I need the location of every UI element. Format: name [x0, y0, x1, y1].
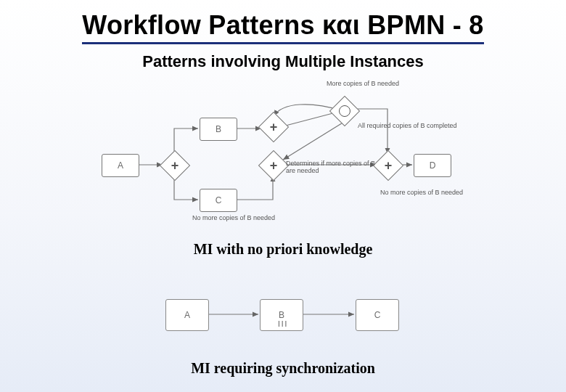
plus-icon: + [268, 155, 279, 176]
diagram-mi-sync: A B III C [160, 280, 406, 353]
plus-icon: + [382, 155, 394, 176]
task-a: A [165, 299, 209, 331]
slide: Workflow Patterns και BPMN - 8 Patterns … [0, 0, 566, 392]
task-a: A [102, 154, 139, 177]
caption-diagram-2: MI requiring synchronization [0, 360, 566, 377]
task-c: C [356, 299, 399, 331]
note-more-copies: More copies of B needed [323, 80, 403, 87]
diagram-mi-no-priori: A B C D + + + + More copies of B needed … [94, 87, 472, 232]
caption-diagram-1: MI with no priori knowledge [0, 241, 566, 258]
slide-title: Workflow Patterns και BPMN - 8 [0, 10, 566, 44]
task-c: C [200, 189, 237, 212]
task-d: D [414, 154, 451, 177]
multi-instance-parallel-icon: III [278, 320, 288, 328]
task-b-label: B [279, 310, 284, 320]
slide-subtitle: Patterns involving Multiple Instances [0, 52, 566, 71]
title-text: Workflow Patterns και BPMN - 8 [82, 10, 483, 44]
note-no-more-1: No more copies of B needed [380, 189, 475, 196]
note-determine: Determines if more copies of B are neede… [286, 160, 380, 175]
plus-icon: + [268, 117, 279, 137]
task-b: B [200, 118, 237, 141]
note-no-more-2: No more copies of B needed [192, 214, 294, 221]
circle-icon [339, 105, 350, 117]
task-b-multi-instance: B III [260, 299, 303, 331]
note-all-required: All required copies of B completed [358, 122, 467, 129]
plus-icon: + [169, 155, 181, 176]
